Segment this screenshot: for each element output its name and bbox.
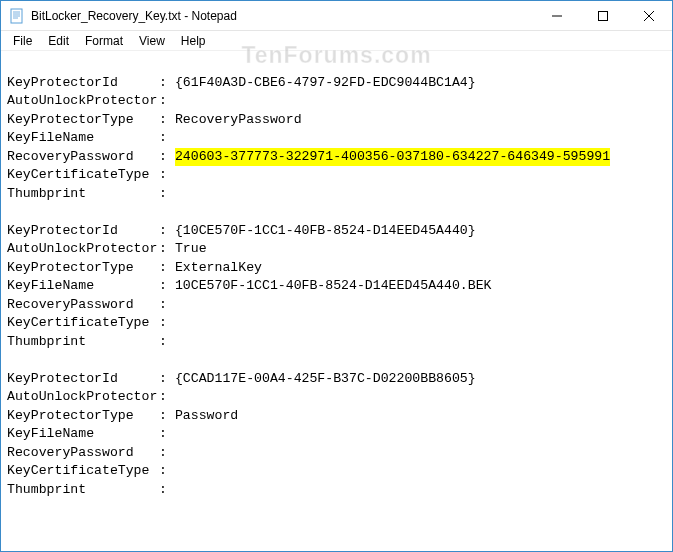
field-separator: :	[159, 425, 167, 444]
field-value: {10CE570F-1CC1-40FB-8524-D14EED45A440}	[175, 222, 476, 241]
notepad-icon	[9, 8, 25, 24]
menubar: File Edit Format View Help	[1, 31, 672, 51]
text-line: KeyFileName:	[7, 129, 666, 148]
text-line: KeyCertificateType:	[7, 166, 666, 185]
field-separator: :	[159, 166, 167, 185]
field-label: RecoveryPassword	[7, 296, 159, 315]
minimize-button[interactable]	[534, 1, 580, 30]
text-line: RecoveryPassword:	[7, 296, 666, 315]
text-area[interactable]: KeyProtectorId:{61F40A3D-CBE6-4797-92FD-…	[1, 51, 672, 551]
text-line: KeyProtectorId:{61F40A3D-CBE6-4797-92FD-…	[7, 74, 666, 93]
svg-rect-6	[599, 11, 608, 20]
field-separator: :	[159, 481, 167, 500]
text-line: AutoUnlockProtector:	[7, 92, 666, 111]
text-line: AutoUnlockProtector:	[7, 388, 666, 407]
field-label: KeyProtectorType	[7, 407, 159, 426]
text-line: KeyProtectorType:RecoveryPassword	[7, 111, 666, 130]
field-label: KeyProtectorId	[7, 222, 159, 241]
field-label: KeyProtectorId	[7, 74, 159, 93]
field-label: KeyCertificateType	[7, 462, 159, 481]
text-line: KeyProtectorId:{10CE570F-1CC1-40FB-8524-…	[7, 222, 666, 241]
field-separator: :	[159, 129, 167, 148]
field-value: True	[175, 240, 207, 259]
menu-format[interactable]: Format	[77, 33, 131, 49]
field-separator: :	[159, 240, 167, 259]
field-label: KeyCertificateType	[7, 166, 159, 185]
menu-help[interactable]: Help	[173, 33, 214, 49]
field-separator: :	[159, 407, 167, 426]
text-line: Thumbprint:	[7, 481, 666, 500]
field-separator: :	[159, 92, 167, 111]
field-label: Thumbprint	[7, 481, 159, 500]
text-line: KeyCertificateType:	[7, 314, 666, 333]
field-label: AutoUnlockProtector	[7, 240, 159, 259]
close-button[interactable]	[626, 1, 672, 30]
field-label: Thumbprint	[7, 333, 159, 352]
field-label: KeyProtectorType	[7, 259, 159, 278]
text-line: KeyCertificateType:	[7, 462, 666, 481]
menu-view[interactable]: View	[131, 33, 173, 49]
field-label: KeyProtectorType	[7, 111, 159, 130]
titlebar: BitLocker_Recovery_Key.txt - Notepad	[1, 1, 672, 31]
maximize-button[interactable]	[580, 1, 626, 30]
field-separator: :	[159, 314, 167, 333]
menu-edit[interactable]: Edit	[40, 33, 77, 49]
field-separator: :	[159, 333, 167, 352]
field-value: RecoveryPassword	[175, 111, 302, 130]
text-line: KeyFileName:10CE570F-1CC1-40FB-8524-D14E…	[7, 277, 666, 296]
field-separator: :	[159, 74, 167, 93]
window-title: BitLocker_Recovery_Key.txt - Notepad	[31, 9, 534, 23]
field-value-highlighted: 240603-377773-322971-400356-037180-63422…	[175, 148, 610, 167]
field-value: Password	[175, 407, 238, 426]
field-value: {CCAD117E-00A4-425F-B37C-D02200BB8605}	[175, 370, 476, 389]
text-line: RecoveryPassword:240603-377773-322971-40…	[7, 148, 666, 167]
text-line: KeyProtectorType:Password	[7, 407, 666, 426]
text-line: Thumbprint:	[7, 333, 666, 352]
field-separator: :	[159, 388, 167, 407]
field-separator: :	[159, 277, 167, 296]
field-label: RecoveryPassword	[7, 148, 159, 167]
field-value: {61F40A3D-CBE6-4797-92FD-EDC9044BC1A4}	[175, 74, 476, 93]
field-value: ExternalKey	[175, 259, 262, 278]
text-line: KeyProtectorId:{CCAD117E-00A4-425F-B37C-…	[7, 370, 666, 389]
window-controls	[534, 1, 672, 30]
field-label: AutoUnlockProtector	[7, 388, 159, 407]
field-separator: :	[159, 148, 167, 167]
field-separator: :	[159, 296, 167, 315]
text-line: RecoveryPassword:	[7, 444, 666, 463]
field-value: 10CE570F-1CC1-40FB-8524-D14EED45A440.BEK	[175, 277, 492, 296]
text-line: KeyProtectorType:ExternalKey	[7, 259, 666, 278]
field-separator: :	[159, 370, 167, 389]
field-separator: :	[159, 444, 167, 463]
field-separator: :	[159, 222, 167, 241]
field-label: KeyFileName	[7, 425, 159, 444]
field-label: Thumbprint	[7, 185, 159, 204]
field-label: KeyProtectorId	[7, 370, 159, 389]
field-separator: :	[159, 111, 167, 130]
field-label: KeyCertificateType	[7, 314, 159, 333]
text-line: KeyFileName:	[7, 425, 666, 444]
field-separator: :	[159, 462, 167, 481]
field-label: KeyFileName	[7, 129, 159, 148]
text-line: AutoUnlockProtector:True	[7, 240, 666, 259]
menu-file[interactable]: File	[5, 33, 40, 49]
text-line: Thumbprint:	[7, 185, 666, 204]
field-label: KeyFileName	[7, 277, 159, 296]
field-label: RecoveryPassword	[7, 444, 159, 463]
field-label: AutoUnlockProtector	[7, 92, 159, 111]
field-separator: :	[159, 259, 167, 278]
field-separator: :	[159, 185, 167, 204]
